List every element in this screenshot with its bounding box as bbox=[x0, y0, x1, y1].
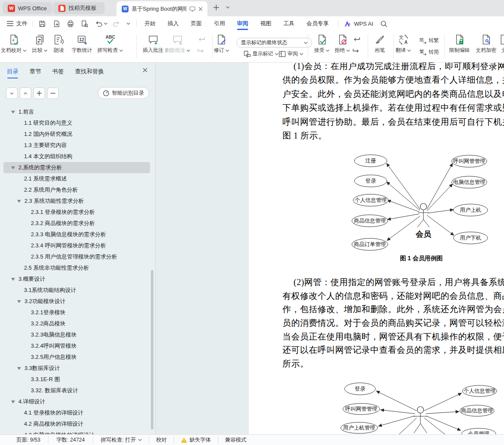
tab-docer[interactable]: 找稻壳模板 bbox=[53, 2, 105, 14]
collapse-all-button[interactable] bbox=[6, 87, 18, 99]
toc-item[interactable]: 3.2.2商品模块 bbox=[0, 318, 152, 329]
toc-item[interactable]: 3.2.1登录模块 bbox=[0, 307, 152, 318]
restrict-editing-button[interactable]: 限制编辑 bbox=[446, 34, 473, 54]
toc-item-selected[interactable]: 2.系统的需求分析 bbox=[3, 162, 150, 173]
caret-down-icon[interactable] bbox=[11, 400, 15, 403]
tab-list-chevron-icon[interactable] bbox=[226, 6, 230, 9]
more-actions-chevron-icon[interactable] bbox=[126, 22, 130, 25]
spell-check-button[interactable]: ABC 拼写检查 bbox=[96, 34, 124, 54]
toc-item[interactable]: 3.2.4呼叫网管模块 bbox=[0, 340, 152, 352]
export-pdf-icon[interactable] bbox=[52, 20, 60, 28]
new-tab-button[interactable] bbox=[213, 4, 219, 11]
review-pane-button[interactable]: 审阅 bbox=[279, 50, 303, 57]
caret-down-icon[interactable] bbox=[17, 367, 21, 370]
file-menu[interactable]: 文件 bbox=[16, 20, 27, 27]
menu-tab-page[interactable]: 页面 bbox=[190, 16, 203, 31]
svg-text:简: 简 bbox=[420, 37, 424, 42]
toc-item[interactable]: 2.5 系统非功能性需求分析 bbox=[0, 262, 152, 274]
caret-down-icon[interactable] bbox=[17, 300, 21, 303]
word-count-indicator[interactable]: 字数: 24724 bbox=[56, 436, 85, 444]
expand-all-button[interactable] bbox=[20, 87, 31, 99]
toc-item[interactable]: 3.2功能模块设计 bbox=[0, 296, 152, 307]
toc-item[interactable]: 2.3.4 呼叫网管模块的需求分析 bbox=[0, 240, 152, 251]
toc-item[interactable]: 2.1 系统需求概述 bbox=[0, 173, 152, 184]
sidebar-close-icon[interactable] bbox=[143, 68, 147, 72]
to-traditional-button[interactable]: 简 转繁 bbox=[418, 37, 439, 44]
smart-toc-button[interactable]: 智能识别目录 bbox=[98, 87, 149, 99]
toc-item[interactable]: 2.2 系统用户角色分析 bbox=[0, 184, 152, 195]
tab-document-active[interactable]: W 基于Spring Boot的网吧管理系 bbox=[117, 1, 207, 16]
previous-revision-button[interactable] bbox=[352, 36, 360, 43]
menubar: 文件 开始 插入 页面 引用 审阅 视图 工具 会员专享 bbox=[0, 16, 504, 31]
toc-item[interactable]: 1.2 国内外研究概况 bbox=[0, 129, 152, 140]
zoom-in-button[interactable] bbox=[33, 87, 45, 99]
toc-item[interactable]: 4.详细设计 bbox=[0, 396, 152, 407]
next-revision-button[interactable] bbox=[352, 48, 360, 54]
caret-down-icon[interactable] bbox=[11, 278, 15, 281]
undo-chevron-icon[interactable] bbox=[104, 22, 108, 25]
sidebar-tab-chapters[interactable]: 章节 bbox=[30, 68, 41, 78]
close-tab-icon[interactable] bbox=[198, 7, 203, 11]
sidebar-tab-bookmarks[interactable]: 书签 bbox=[52, 68, 64, 78]
menu-tab-member[interactable]: 会员专享 bbox=[306, 16, 330, 31]
paragraph-line: 下单购买或选择上机操作。若在使用过程中有任何需求或疑问，会员可通 bbox=[282, 102, 504, 114]
toc-item[interactable]: 1.3 主要研究内容 bbox=[0, 140, 152, 151]
toc-item[interactable]: 1.1 研究目的与意义 bbox=[0, 117, 152, 129]
toc-item[interactable]: 3.2.5用户信息模块 bbox=[0, 352, 152, 363]
caret-down-icon[interactable] bbox=[11, 166, 15, 169]
toc-item[interactable]: 3.2.3电脑信息模块 bbox=[0, 329, 152, 340]
toc-item[interactable]: 2.3.5 用户信息管理模块的需求分析 bbox=[0, 251, 152, 262]
wps-ai-button[interactable]: WPS AI bbox=[345, 21, 373, 27]
hamburger-icon[interactable] bbox=[7, 21, 13, 26]
page-indicator[interactable]: 页面: 9/53 bbox=[16, 436, 40, 444]
caret-down-icon[interactable] bbox=[11, 111, 15, 114]
show-markup-button[interactable]: 显示标记 bbox=[243, 50, 279, 57]
toc-item[interactable]: 3.32. 数据库表设计 bbox=[0, 385, 152, 396]
toc-item[interactable]: 2.3 系统功能性需求分析 bbox=[0, 195, 152, 207]
screen-share-icon[interactable] bbox=[189, 6, 195, 12]
toc-item[interactable]: 4.2 商品模块的详细设计 bbox=[0, 418, 152, 430]
clipped-ribbon-button[interactable]: 文 bbox=[495, 34, 504, 54]
sidebar-tab-toc[interactable]: 目录 bbox=[7, 68, 18, 78]
search-icon[interactable] bbox=[380, 20, 387, 27]
caret-down-icon[interactable] bbox=[17, 200, 21, 203]
document-page[interactable]: (1)会员：在用户成功完成注册流程后，即可顺利登录网吧系统，享有 供的会员权限。… bbox=[249, 63, 504, 435]
zoom-out-button[interactable] bbox=[47, 87, 59, 99]
menu-tab-reference[interactable]: 引用 bbox=[213, 16, 226, 31]
proofread-status[interactable]: 校对 bbox=[156, 436, 167, 444]
sidebar-scrollbar-thumb[interactable] bbox=[151, 270, 153, 430]
docer-icon bbox=[58, 5, 66, 12]
toc-item[interactable]: 2.3.1 登录模块的需求分析 bbox=[0, 207, 152, 218]
toc-item[interactable]: 1.前言 bbox=[0, 106, 152, 117]
sidebar-tab-find-replace[interactable]: 查找和替换 bbox=[75, 68, 104, 78]
toc-item[interactable]: 1.4 本文的组织结构 bbox=[0, 151, 152, 162]
chevron-down-icon bbox=[138, 439, 142, 441]
markup-state-select[interactable]: 显示标记的最终状态 bbox=[237, 38, 312, 48]
print-icon[interactable] bbox=[66, 20, 75, 28]
tab-wps-office[interactable]: W WPS Office bbox=[3, 2, 52, 14]
proofread-button[interactable]: a 文档校对 bbox=[0, 34, 27, 54]
undo-icon[interactable] bbox=[95, 20, 102, 27]
insert-comment-button[interactable]: 插入批注 bbox=[139, 34, 167, 54]
to-simplified-button[interactable]: 繁 转简 bbox=[418, 48, 439, 56]
toc-item[interactable]: 2.3.3 电脑信息模块的需求分析 bbox=[0, 229, 152, 240]
track-changes-button[interactable]: 修订 bbox=[208, 34, 235, 54]
menu-tab-view[interactable]: 视图 bbox=[259, 16, 272, 31]
spell-check-status[interactable]: 拼写检查: 打开 bbox=[101, 436, 142, 444]
missing-font-warning[interactable]: 缺失字体 bbox=[181, 436, 211, 444]
toc-item[interactable]: 3.1系统功能结构设计 bbox=[0, 285, 152, 296]
toc-item[interactable]: 4.1 登录模块的详细设计 bbox=[0, 407, 152, 418]
menu-tab-insert[interactable]: 插入 bbox=[167, 16, 180, 31]
save-icon[interactable] bbox=[38, 20, 46, 28]
svg-text:电脑信息管理: 电脑信息管理 bbox=[453, 179, 486, 185]
menu-tab-tools[interactable]: 工具 bbox=[282, 16, 295, 31]
print-preview-icon[interactable] bbox=[81, 20, 89, 28]
menu-tab-review[interactable]: 审阅 bbox=[236, 16, 249, 31]
toc-item[interactable]: 3.3数据库设计 bbox=[0, 363, 152, 374]
menu-tab-home[interactable]: 开始 bbox=[144, 16, 156, 31]
word-count-button[interactable]: 12 字数统计 bbox=[68, 34, 96, 54]
toc-item[interactable]: 2.3.2 商品模块的需求分析 bbox=[0, 218, 152, 229]
toc-item[interactable]: 3.概要设计 bbox=[0, 274, 152, 285]
toc-item[interactable]: 3.3.1E-R 图 bbox=[0, 374, 152, 385]
translate-button[interactable]: 文 A 翻译 bbox=[390, 34, 417, 54]
